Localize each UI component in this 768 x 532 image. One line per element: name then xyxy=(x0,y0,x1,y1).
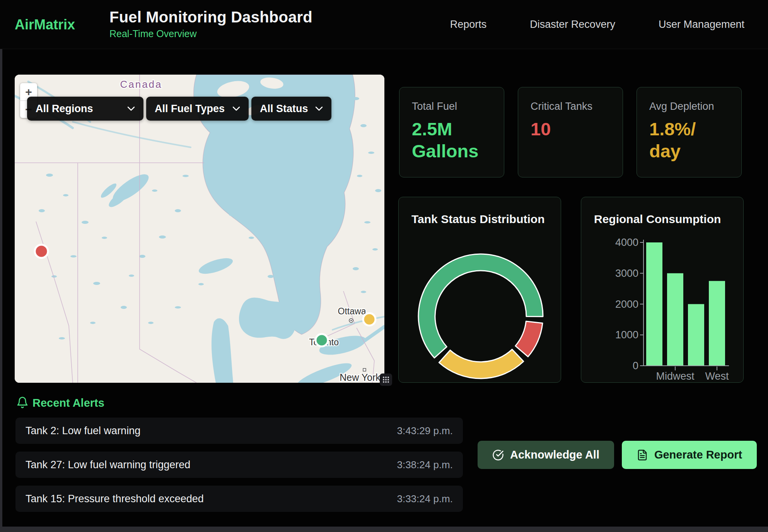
regional-consumption-bar-chart: 01000200030004000MidwestWest xyxy=(581,197,744,383)
file-text-icon xyxy=(637,449,648,461)
kpi-label: Total Fuel xyxy=(412,101,492,113)
alert-timestamp: 3:33:24 p.m. xyxy=(397,493,453,505)
title-block: Fuel Monitoring Dashboard Real-Time Over… xyxy=(109,9,312,39)
donut-segment-2[interactable] xyxy=(439,350,524,379)
page-title: Fuel Monitoring Dashboard xyxy=(109,9,312,26)
y-tick-label: 0 xyxy=(633,360,638,372)
nav-item-disaster-recovery[interactable]: Disaster Recovery xyxy=(530,19,615,31)
map-country-label: Canada xyxy=(120,78,162,90)
alert-list-item[interactable]: Tank 2: Low fuel warning 3:43:29 p.m. xyxy=(15,418,463,444)
alert-message: Tank 2: Low fuel warning xyxy=(26,425,140,437)
map-filters: All Regions All Fuel Types All Status xyxy=(27,97,331,121)
y-tick-label: 2000 xyxy=(615,298,638,310)
alert-list-item[interactable]: Tank 15: Pressure threshold exceeded 3:3… xyxy=(15,486,463,512)
main-nav: Reports Disaster Recovery User Managemen… xyxy=(450,0,744,49)
region-filter-dropdown[interactable]: All Regions xyxy=(27,97,143,121)
tank-status-donut-chart xyxy=(399,197,561,383)
generate-report-label: Generate Report xyxy=(654,448,742,461)
kpi-card-avg-depletion: Avg Depletion 1.8%/ day xyxy=(637,87,742,177)
map-city-dot-new-york xyxy=(363,368,366,371)
window-left-edge xyxy=(0,0,2,532)
app-window: AirMatrix Fuel Monitoring Dashboard Real… xyxy=(0,0,768,532)
kpi-label: Avg Depletion xyxy=(649,101,729,113)
brand-logo[interactable]: AirMatrix xyxy=(15,0,75,49)
y-tick-label: 1000 xyxy=(615,329,638,341)
chevron-down-icon xyxy=(232,106,240,111)
kpi-value: 1.8%/ day xyxy=(649,118,729,162)
x-tick-label: Midwest xyxy=(656,370,695,382)
kpi-card-critical-tanks: Critical Tanks 10 xyxy=(518,87,623,177)
kpi-card-total-fuel: Total Fuel 2.5M Gallons xyxy=(399,87,504,177)
status-filter-value: All Status xyxy=(260,103,308,115)
fuel-type-filter-value: All Fuel Types xyxy=(155,103,225,115)
kpi-value: 2.5M Gallons xyxy=(412,118,492,162)
page-subtitle: Real-Time Overview xyxy=(109,28,312,39)
map-marker-warning[interactable] xyxy=(363,313,375,326)
check-circle-icon xyxy=(492,449,504,461)
bar-2[interactable] xyxy=(688,304,704,366)
tank-status-card: Tank Status Distribution xyxy=(398,197,561,383)
donut-segment-1[interactable] xyxy=(515,321,543,357)
map-marker-normal[interactable] xyxy=(316,334,328,346)
generate-report-button[interactable]: Generate Report xyxy=(622,441,757,469)
bar-3[interactable] xyxy=(709,281,725,366)
region-filter-value: All Regions xyxy=(36,103,93,115)
acknowledge-all-button[interactable]: Acknowledge All xyxy=(478,441,614,469)
bar-1[interactable] xyxy=(667,273,683,366)
alerts-section-title: Recent Alerts xyxy=(32,397,104,409)
kpi-value: 10 xyxy=(531,118,610,140)
alert-timestamp: 3:43:29 p.m. xyxy=(397,425,453,437)
app-header: AirMatrix Fuel Monitoring Dashboard Real… xyxy=(0,0,768,49)
chevron-down-icon xyxy=(315,106,323,111)
map-panel[interactable]: Canada Ottawa Toronto New York + − All R… xyxy=(15,75,384,383)
map-city-label-ottawa: Ottawa xyxy=(338,306,366,316)
alert-timestamp: 3:38:24 p.m. xyxy=(397,459,453,471)
bell-icon xyxy=(16,396,29,409)
map-city-dot-ottawa-center xyxy=(350,320,352,321)
bar-0[interactable] xyxy=(646,242,662,366)
map-canvas[interactable]: Canada Ottawa Toronto New York xyxy=(15,75,384,383)
alert-message: Tank 15: Pressure threshold exceeded xyxy=(26,493,204,505)
regional-consumption-card: Regional Consumption 01000200030004000Mi… xyxy=(581,197,744,383)
map-marker-critical[interactable] xyxy=(35,245,48,258)
kpi-label: Critical Tanks xyxy=(531,101,610,113)
chevron-down-icon xyxy=(127,106,135,111)
nav-item-user-management[interactable]: User Management xyxy=(659,19,744,31)
status-filter-dropdown[interactable]: All Status xyxy=(251,97,331,121)
acknowledge-all-label: Acknowledge All xyxy=(510,448,599,461)
fuel-type-filter-dropdown[interactable]: All Fuel Types xyxy=(146,97,249,121)
x-tick-label: West xyxy=(705,370,729,382)
y-tick-label: 3000 xyxy=(615,268,638,279)
alert-message: Tank 27: Low fuel warning triggered xyxy=(26,459,190,471)
window-bottom-edge xyxy=(0,527,768,532)
resize-grip-icon[interactable] xyxy=(380,373,392,386)
map-city-label-new-york: New York xyxy=(340,372,381,383)
alert-list-item[interactable]: Tank 27: Low fuel warning triggered 3:38… xyxy=(15,452,463,478)
y-tick-label: 4000 xyxy=(615,237,638,248)
nav-item-reports[interactable]: Reports xyxy=(450,19,487,31)
